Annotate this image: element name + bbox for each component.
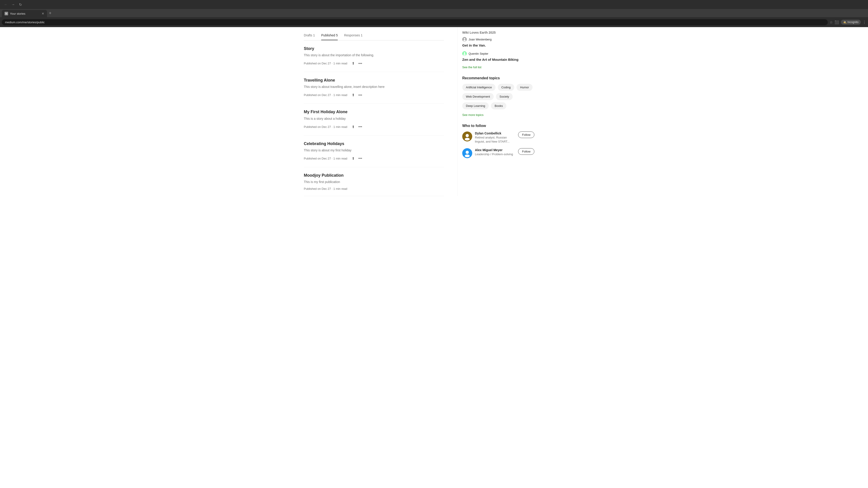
share-button[interactable]: ⬆ <box>351 60 355 66</box>
browser-actions: ☆ ⬛ 🕵 Incognito ⋮ <box>830 20 866 25</box>
topic-pill-society[interactable]: Society <box>496 93 513 100</box>
follow-avatar <box>462 148 472 158</box>
wiki-article-title: Wiki Loves Earth 2025 <box>462 31 534 34</box>
story-item: Celebrating Holidays This story is about… <box>304 135 444 167</box>
tab-drafts[interactable]: Drafts 1 <box>304 31 315 40</box>
follow-bio: Leadership / Problem-solving <box>475 152 515 156</box>
tab-responses[interactable]: Responses 1 <box>344 31 363 40</box>
tab-close-button[interactable]: ✕ <box>41 12 44 15</box>
author-avatar <box>462 51 467 56</box>
more-button[interactable]: ••• <box>358 92 363 98</box>
story-description: This story is about the importation of t… <box>304 53 444 58</box>
follow-name: Alex Miguel Meyer <box>475 148 515 152</box>
story-meta: Published on Dec 27 · 1 min read <box>304 187 444 191</box>
refresh-button[interactable]: ↻ <box>17 1 24 8</box>
svg-point-4 <box>464 53 465 54</box>
topic-pill-books[interactable]: Books <box>491 102 506 109</box>
back-button[interactable]: ← <box>3 1 9 8</box>
story-meta: Published on Dec 27 · 1 min read ⬆ ••• <box>304 60 444 66</box>
article-title[interactable]: Zen and the Art of Mountain Biking <box>462 57 534 62</box>
story-actions: ⬆ ••• <box>351 60 363 66</box>
follow-bio: Retired analyst, Russian linguist, and N… <box>475 135 515 144</box>
tab-bar: M Your stories ✕ + <box>0 9 868 17</box>
tab-title: Your stories <box>10 12 25 15</box>
story-actions: ⬆ ••• <box>351 92 363 98</box>
author-name: Quentin Septer <box>469 52 488 55</box>
story-description: This story is about my first holiday <box>304 148 444 153</box>
story-description: This is my first publication <box>304 180 444 184</box>
follow-button[interactable]: Follow <box>518 148 534 155</box>
topics-grid: Artificial Intelligence Coding Humor Web… <box>462 84 534 109</box>
sidebar-follow-section: Who to follow <box>462 124 534 158</box>
story-meta: Published on Dec 27 · 1 min read ⬆ ••• <box>304 92 444 98</box>
sidebar: Wiki Loves Earth 2025 Joan Westenberg Ge… <box>458 27 534 196</box>
nav-buttons: ← → ↻ <box>3 1 24 8</box>
new-tab-button[interactable]: + <box>47 11 53 16</box>
more-button[interactable]: ••• <box>358 124 363 130</box>
follow-info: Alex Miguel Meyer Leadership / Problem-s… <box>475 148 515 156</box>
follow-button[interactable]: Follow <box>518 131 534 138</box>
forward-button[interactable]: → <box>10 1 16 8</box>
bookmark-icon[interactable]: ☆ <box>830 20 833 24</box>
story-title: Travelling Alone <box>304 77 444 83</box>
svg-point-11 <box>465 155 470 157</box>
incognito-label: Incognito <box>847 21 859 24</box>
follow-info: Dylan Combellick Retired analyst, Russia… <box>475 131 515 144</box>
share-button[interactable]: ⬆ <box>351 92 355 98</box>
author-name: Joan Westenberg <box>469 38 492 41</box>
sidebar-featured-article: Quentin Septer Zen and the Art of Mounta… <box>462 51 534 62</box>
svg-point-8 <box>465 138 470 140</box>
article-title[interactable]: Get in the Van. <box>462 43 534 48</box>
story-date: Published on Dec 27 · 1 min read <box>304 125 347 129</box>
address-bar[interactable]: medium.com/me/stories/public <box>2 19 828 25</box>
topic-pill-coding[interactable]: Coding <box>498 84 514 91</box>
share-button[interactable]: ⬆ <box>351 124 355 130</box>
address-bar-row: medium.com/me/stories/public ☆ ⬛ 🕵 Incog… <box>0 17 868 27</box>
story-date: Published on Dec 27 · 1 min read <box>304 187 347 191</box>
menu-icon[interactable]: ⋮ <box>863 20 866 24</box>
topic-pill-webdev[interactable]: Web Development <box>462 93 494 100</box>
story-date: Published on Dec 27 · 1 min read <box>304 62 347 65</box>
tab-published[interactable]: Published 5 <box>321 31 338 40</box>
story-tabs: Drafts 1 Published 5 Responses 1 <box>304 27 444 40</box>
follow-avatar <box>462 131 472 141</box>
see-more-topics-link[interactable]: See more topics <box>462 113 484 117</box>
follow-item: Dylan Combellick Retired analyst, Russia… <box>462 131 534 144</box>
more-button[interactable]: ••• <box>358 156 363 161</box>
follow-list: Dylan Combellick Retired analyst, Russia… <box>462 131 534 158</box>
page-wrapper: Drafts 1 Published 5 Responses 1 Story T… <box>298 27 569 196</box>
topic-pill-ai[interactable]: Artificial Intelligence <box>462 84 495 91</box>
article-author-row: Joan Westenberg <box>462 37 534 41</box>
split-screen-icon[interactable]: ⬛ <box>835 20 839 24</box>
incognito-badge: 🕵 Incognito <box>841 20 861 25</box>
svg-point-7 <box>466 134 469 137</box>
main-content: Drafts 1 Published 5 Responses 1 Story T… <box>304 27 458 196</box>
who-to-follow-heading: Who to follow <box>462 124 534 128</box>
story-title: Story <box>304 46 444 52</box>
story-item: Story This story is about the importatio… <box>304 40 444 72</box>
see-full-list-link[interactable]: See the full list <box>462 66 534 69</box>
topics-heading: Recommended topics <box>462 76 534 80</box>
article-author-row: Quentin Septer <box>462 51 534 56</box>
incognito-icon: 🕵 <box>843 21 846 24</box>
topic-pill-humor[interactable]: Humor <box>517 84 532 91</box>
more-button[interactable]: ••• <box>358 61 363 66</box>
story-item: Travelling Alone This story is about tra… <box>304 72 444 104</box>
story-item: My First Holiday Alone This is a story a… <box>304 104 444 135</box>
sidebar-wiki-section: Wiki Loves Earth 2025 Joan Westenberg Ge… <box>462 31 534 69</box>
story-item: Moodjoy Publication This is my first pub… <box>304 167 444 196</box>
active-tab[interactable]: M Your stories ✕ <box>2 10 47 17</box>
story-actions: ⬆ ••• <box>351 156 363 162</box>
follow-name: Dylan Combellick <box>475 131 515 135</box>
story-meta: Published on Dec 27 · 1 min read ⬆ ••• <box>304 156 444 162</box>
story-actions: ⬆ ••• <box>351 124 363 130</box>
share-button[interactable]: ⬆ <box>351 156 355 162</box>
follow-item: Alex Miguel Meyer Leadership / Problem-s… <box>462 148 534 158</box>
story-description: This story is about travelling alone, in… <box>304 85 444 89</box>
tab-favicon: M <box>4 12 8 15</box>
story-list: Story This story is about the importatio… <box>304 40 444 196</box>
svg-point-1 <box>464 38 465 40</box>
url-text: medium.com/me/stories/public <box>5 21 45 24</box>
topic-pill-deeplearning[interactable]: Deep Learning <box>462 102 489 109</box>
author-avatar <box>462 37 467 41</box>
